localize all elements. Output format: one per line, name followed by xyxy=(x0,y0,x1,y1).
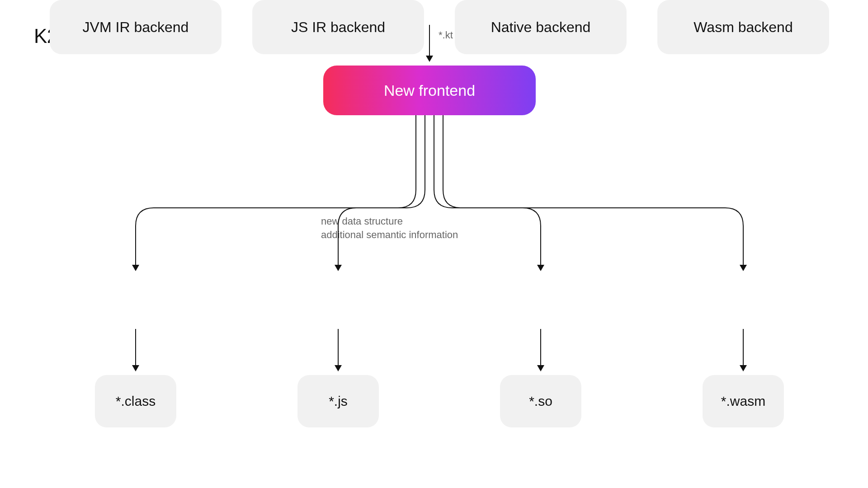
backend-label: JVM IR backend xyxy=(83,19,189,36)
frontend-node-label: New frontend xyxy=(384,82,475,99)
backend-node-jvm: JVM IR backend xyxy=(50,0,222,54)
output-node-so: *.so xyxy=(500,375,581,427)
backend-label: JS IR backend xyxy=(291,19,385,36)
edge-annotation: new data structure additional semantic i… xyxy=(321,215,458,241)
output-label: *.class xyxy=(116,394,156,409)
output-label: *.wasm xyxy=(721,394,765,409)
backend-label: Wasm backend xyxy=(693,19,793,36)
backend-node-native: Native backend xyxy=(455,0,627,54)
output-node-wasm: *.wasm xyxy=(703,375,784,427)
backend-node-wasm: Wasm backend xyxy=(657,0,829,54)
output-node-js: *.js xyxy=(297,375,379,427)
arrow-frontend-to-js xyxy=(338,115,425,270)
output-label: *.js xyxy=(329,394,348,409)
output-label: *.so xyxy=(529,394,552,409)
frontend-node: New frontend xyxy=(323,66,536,115)
arrow-frontend-to-jvm xyxy=(136,115,416,270)
edge-annotation-line2: additional semantic information xyxy=(321,228,458,242)
backend-node-js: JS IR backend xyxy=(252,0,424,54)
arrow-frontend-to-native xyxy=(434,115,541,270)
arrow-frontend-to-wasm xyxy=(443,115,743,270)
edge-annotation-line1: new data structure xyxy=(321,215,458,228)
input-file-label: *.kt xyxy=(439,29,453,41)
backend-label: Native backend xyxy=(491,19,591,36)
output-node-class: *.class xyxy=(95,375,176,427)
diagram-canvas: K2 Kotlin compiler *.kt New frontend new… xyxy=(0,0,868,488)
